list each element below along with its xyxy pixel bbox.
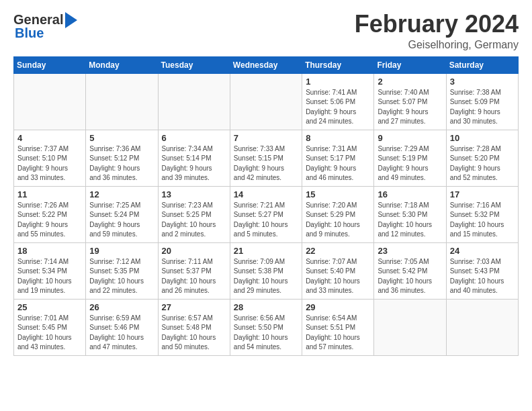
day-info: Sunrise: 7:31 AM Sunset: 5:17 PM Dayligh… xyxy=(306,144,370,183)
day-info: Sunrise: 7:34 AM Sunset: 5:14 PM Dayligh… xyxy=(162,144,226,183)
calendar-cell: 19Sunrise: 7:12 AM Sunset: 5:35 PM Dayli… xyxy=(86,242,158,299)
day-info: Sunrise: 7:20 AM Sunset: 5:29 PM Dayligh… xyxy=(306,201,370,240)
day-number: 4 xyxy=(17,133,82,143)
day-number: 19 xyxy=(89,246,154,256)
calendar-cell: 5Sunrise: 7:36 AM Sunset: 5:12 PM Daylig… xyxy=(86,130,158,186)
calendar-cell: 14Sunrise: 7:21 AM Sunset: 5:27 PM Dayli… xyxy=(230,186,302,242)
day-number: 12 xyxy=(89,189,154,199)
day-number: 26 xyxy=(89,302,154,312)
day-info: Sunrise: 7:11 AM Sunset: 5:37 PM Dayligh… xyxy=(162,257,226,296)
calendar-cell xyxy=(14,73,86,130)
calendar-cell: 9Sunrise: 7:29 AM Sunset: 5:19 PM Daylig… xyxy=(374,130,446,186)
day-number: 24 xyxy=(450,246,515,256)
day-number: 11 xyxy=(17,189,82,199)
day-info: Sunrise: 7:12 AM Sunset: 5:35 PM Dayligh… xyxy=(89,257,154,296)
calendar-table: Sunday Monday Tuesday Wednesday Thursday… xyxy=(13,56,519,356)
calendar-cell xyxy=(158,73,230,130)
day-number: 10 xyxy=(450,133,515,143)
calendar-cell: 2Sunrise: 7:40 AM Sunset: 5:07 PM Daylig… xyxy=(374,73,446,130)
day-info: Sunrise: 7:14 AM Sunset: 5:34 PM Dayligh… xyxy=(17,257,82,296)
day-number: 14 xyxy=(234,189,298,199)
logo-triangle-icon xyxy=(65,12,77,28)
day-number: 8 xyxy=(306,133,370,143)
day-number: 23 xyxy=(378,246,442,256)
day-number: 21 xyxy=(234,246,298,256)
calendar-week-3: 11Sunrise: 7:26 AM Sunset: 5:22 PM Dayli… xyxy=(14,186,519,242)
header-row: Sunday Monday Tuesday Wednesday Thursday… xyxy=(14,56,519,73)
day-number: 3 xyxy=(450,77,515,87)
day-number: 22 xyxy=(306,246,370,256)
calendar-cell: 29Sunrise: 6:54 AM Sunset: 5:51 PM Dayli… xyxy=(302,299,374,355)
day-number: 5 xyxy=(89,133,154,143)
day-info: Sunrise: 7:28 AM Sunset: 5:20 PM Dayligh… xyxy=(450,144,515,183)
calendar-cell: 10Sunrise: 7:28 AM Sunset: 5:20 PM Dayli… xyxy=(446,130,518,186)
col-sunday: Sunday xyxy=(14,56,86,73)
day-number: 20 xyxy=(162,246,226,256)
day-number: 28 xyxy=(234,302,298,312)
calendar-header: Sunday Monday Tuesday Wednesday Thursday… xyxy=(14,56,519,73)
calendar-cell: 11Sunrise: 7:26 AM Sunset: 5:22 PM Dayli… xyxy=(14,186,86,242)
day-number: 29 xyxy=(306,302,370,312)
calendar-cell: 3Sunrise: 7:38 AM Sunset: 5:09 PM Daylig… xyxy=(446,73,518,130)
col-thursday: Thursday xyxy=(302,56,374,73)
day-number: 9 xyxy=(378,133,442,143)
calendar-cell: 15Sunrise: 7:20 AM Sunset: 5:29 PM Dayli… xyxy=(302,186,374,242)
day-info: Sunrise: 6:56 AM Sunset: 5:50 PM Dayligh… xyxy=(234,314,298,353)
day-number: 13 xyxy=(162,189,226,199)
calendar-cell xyxy=(86,73,158,130)
day-number: 25 xyxy=(17,302,82,312)
calendar-body: 1Sunrise: 7:41 AM Sunset: 5:06 PM Daylig… xyxy=(14,73,519,355)
day-info: Sunrise: 7:41 AM Sunset: 5:06 PM Dayligh… xyxy=(306,88,370,127)
day-info: Sunrise: 7:36 AM Sunset: 5:12 PM Dayligh… xyxy=(89,144,154,183)
calendar-cell: 20Sunrise: 7:11 AM Sunset: 5:37 PM Dayli… xyxy=(158,242,230,299)
day-info: Sunrise: 7:38 AM Sunset: 5:09 PM Dayligh… xyxy=(450,88,515,127)
day-info: Sunrise: 7:29 AM Sunset: 5:19 PM Dayligh… xyxy=(378,144,442,183)
page-title: February 2024 xyxy=(355,11,519,38)
calendar-cell: 16Sunrise: 7:18 AM Sunset: 5:30 PM Dayli… xyxy=(374,186,446,242)
calendar-cell xyxy=(446,299,518,355)
calendar-cell: 7Sunrise: 7:33 AM Sunset: 5:15 PM Daylig… xyxy=(230,130,302,186)
calendar-cell: 4Sunrise: 7:37 AM Sunset: 5:10 PM Daylig… xyxy=(14,130,86,186)
day-info: Sunrise: 7:25 AM Sunset: 5:24 PM Dayligh… xyxy=(89,201,154,240)
day-info: Sunrise: 7:26 AM Sunset: 5:22 PM Dayligh… xyxy=(17,201,82,240)
calendar-cell: 13Sunrise: 7:23 AM Sunset: 5:25 PM Dayli… xyxy=(158,186,230,242)
calendar-cell: 28Sunrise: 6:56 AM Sunset: 5:50 PM Dayli… xyxy=(230,299,302,355)
day-info: Sunrise: 7:40 AM Sunset: 5:07 PM Dayligh… xyxy=(378,88,442,127)
day-info: Sunrise: 7:05 AM Sunset: 5:42 PM Dayligh… xyxy=(378,257,442,296)
day-info: Sunrise: 7:23 AM Sunset: 5:25 PM Dayligh… xyxy=(162,201,226,240)
calendar-cell: 23Sunrise: 7:05 AM Sunset: 5:42 PM Dayli… xyxy=(374,242,446,299)
calendar-cell: 1Sunrise: 7:41 AM Sunset: 5:06 PM Daylig… xyxy=(302,73,374,130)
calendar-week-2: 4Sunrise: 7:37 AM Sunset: 5:10 PM Daylig… xyxy=(14,130,519,186)
day-info: Sunrise: 7:16 AM Sunset: 5:32 PM Dayligh… xyxy=(450,201,515,240)
day-number: 15 xyxy=(306,189,370,199)
col-monday: Monday xyxy=(86,56,158,73)
calendar-cell: 24Sunrise: 7:03 AM Sunset: 5:43 PM Dayli… xyxy=(446,242,518,299)
day-number: 27 xyxy=(162,302,226,312)
page-subtitle: Geiselhoring, Germany xyxy=(355,39,519,51)
day-info: Sunrise: 7:03 AM Sunset: 5:43 PM Dayligh… xyxy=(450,257,515,296)
day-info: Sunrise: 6:54 AM Sunset: 5:51 PM Dayligh… xyxy=(306,314,370,353)
calendar-week-5: 25Sunrise: 7:01 AM Sunset: 5:45 PM Dayli… xyxy=(14,299,519,355)
day-number: 16 xyxy=(378,189,442,199)
col-friday: Friday xyxy=(374,56,446,73)
calendar-week-1: 1Sunrise: 7:41 AM Sunset: 5:06 PM Daylig… xyxy=(14,73,519,130)
day-info: Sunrise: 7:37 AM Sunset: 5:10 PM Dayligh… xyxy=(17,144,82,183)
day-info: Sunrise: 7:09 AM Sunset: 5:38 PM Dayligh… xyxy=(234,257,298,296)
col-saturday: Saturday xyxy=(446,56,518,73)
day-number: 7 xyxy=(234,133,298,143)
calendar-cell: 26Sunrise: 6:59 AM Sunset: 5:46 PM Dayli… xyxy=(86,299,158,355)
calendar-cell: 22Sunrise: 7:07 AM Sunset: 5:40 PM Dayli… xyxy=(302,242,374,299)
day-number: 1 xyxy=(306,77,370,87)
col-tuesday: Tuesday xyxy=(158,56,230,73)
day-info: Sunrise: 7:01 AM Sunset: 5:45 PM Dayligh… xyxy=(17,314,82,353)
calendar-cell: 17Sunrise: 7:16 AM Sunset: 5:32 PM Dayli… xyxy=(446,186,518,242)
calendar-cell: 21Sunrise: 7:09 AM Sunset: 5:38 PM Dayli… xyxy=(230,242,302,299)
calendar-cell: 27Sunrise: 6:57 AM Sunset: 5:48 PM Dayli… xyxy=(158,299,230,355)
calendar-week-4: 18Sunrise: 7:14 AM Sunset: 5:34 PM Dayli… xyxy=(14,242,519,299)
day-info: Sunrise: 7:33 AM Sunset: 5:15 PM Dayligh… xyxy=(234,144,298,183)
calendar-cell: 6Sunrise: 7:34 AM Sunset: 5:14 PM Daylig… xyxy=(158,130,230,186)
day-number: 17 xyxy=(450,189,515,199)
title-block: February 2024 Geiselhoring, Germany xyxy=(355,11,519,51)
day-number: 2 xyxy=(378,77,442,87)
day-info: Sunrise: 7:21 AM Sunset: 5:27 PM Dayligh… xyxy=(234,201,298,240)
